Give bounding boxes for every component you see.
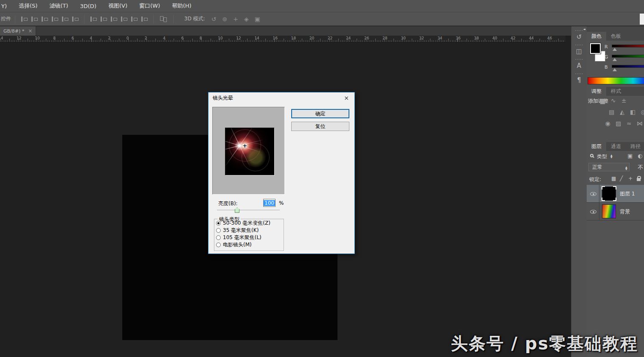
levels-icon[interactable]: ▆ bbox=[597, 97, 608, 104]
filter-pixel-layers-icon[interactable]: ▣ bbox=[627, 153, 633, 159]
layer-thumbnail[interactable] bbox=[602, 187, 616, 201]
distribute-spacing-icon[interactable] bbox=[160, 16, 167, 22]
tab-styles[interactable]: 样式 bbox=[606, 87, 626, 96]
3d-slide-icon[interactable]: ◈ bbox=[244, 16, 249, 22]
invert-icon[interactable]: ⋈ bbox=[634, 120, 644, 127]
curves-icon[interactable]: ∿ bbox=[608, 97, 619, 104]
horizontal-ruler: 1412108642024681012141618202224262830323… bbox=[0, 36, 565, 42]
tab-layers[interactable]: 图层 bbox=[587, 142, 606, 151]
vibrance-icon[interactable]: ▤ bbox=[606, 109, 617, 115]
selection-corner bbox=[613, 186, 616, 190]
channel-slider-track[interactable] bbox=[612, 65, 644, 68]
lens-type-option-2[interactable]: 105 毫米聚焦(L) bbox=[216, 234, 284, 241]
align-top-edges-icon[interactable] bbox=[21, 17, 27, 22]
distribute-left-edges-icon[interactable] bbox=[121, 17, 127, 22]
menu-item-6[interactable]: 帮助(H) bbox=[172, 2, 191, 10]
flare-preview-area[interactable]: + bbox=[212, 107, 285, 195]
layer-row-background[interactable]: 背景 bbox=[587, 203, 644, 220]
align-right-edges-icon[interactable] bbox=[72, 17, 78, 22]
layer-row-layer-1[interactable]: 图层 1 bbox=[587, 185, 644, 203]
radio-unselected-icon[interactable] bbox=[216, 228, 221, 233]
dialog-close-icon[interactable]: × bbox=[343, 94, 350, 102]
distribute-top-edges-icon[interactable] bbox=[90, 17, 96, 22]
flare-preview-thumbnail[interactable]: + bbox=[225, 128, 274, 175]
channel-slider-track[interactable] bbox=[612, 45, 644, 47]
lens-type-option-1[interactable]: 35 毫米聚焦(K) bbox=[216, 227, 284, 234]
menu-item-1[interactable]: 选择(S) bbox=[19, 2, 37, 10]
opacity-label-partial: 不 bbox=[638, 164, 643, 171]
align-bottom-edges-icon[interactable] bbox=[42, 17, 48, 22]
radio-selected-icon[interactable] bbox=[216, 221, 221, 226]
menu-bar: Y)选择(S)滤镜(T)3D(D)视图(V)窗口(W)帮助(H) bbox=[0, 0, 644, 12]
channel-slider-track[interactable] bbox=[612, 55, 644, 58]
lock-transparent-pixels-icon[interactable]: ▩ bbox=[611, 176, 616, 181]
channel-slider-thumb-icon[interactable] bbox=[613, 48, 617, 51]
visibility-eye-icon[interactable] bbox=[590, 192, 596, 196]
visibility-eye-icon[interactable] bbox=[590, 210, 596, 214]
exposure-icon[interactable]: ± bbox=[619, 97, 629, 104]
lens-type-option-0[interactable]: 50-300 毫米变焦(Z) bbox=[216, 220, 284, 226]
selective-color-icon[interactable]: ≈ bbox=[624, 120, 634, 127]
black-white-icon[interactable]: ◧ bbox=[627, 109, 638, 115]
lock-all-icon[interactable] bbox=[637, 178, 641, 181]
3d-drag-icon[interactable]: + bbox=[233, 16, 238, 22]
color-balance-icon[interactable]: ◭ bbox=[617, 109, 627, 115]
blend-mode-select[interactable]: 正常 ▲▼ bbox=[588, 163, 630, 171]
foreground-color-swatch[interactable] bbox=[590, 43, 601, 54]
color-lookup-icon[interactable]: ◉ bbox=[602, 120, 613, 127]
align-horizontal-centers-icon[interactable] bbox=[62, 17, 68, 22]
brightness-slider-track[interactable] bbox=[217, 210, 280, 211]
brightness-input[interactable]: 100 bbox=[263, 199, 276, 207]
layer-filter-type[interactable]: 类型 bbox=[597, 153, 607, 160]
tab-paths[interactable]: 路径 bbox=[626, 142, 644, 151]
3d-panel-icon[interactable]: ◫ bbox=[573, 45, 585, 55]
distribute-bottom-edges-icon[interactable] bbox=[111, 17, 117, 22]
menu-item-5[interactable]: 窗口(W) bbox=[139, 2, 160, 10]
tab-close-icon[interactable]: × bbox=[28, 28, 32, 34]
filter-adjustment-layers-icon[interactable]: ◐ bbox=[638, 153, 642, 159]
brightness-slider-thumb[interactable] bbox=[235, 207, 239, 213]
distribute-right-edges-icon[interactable] bbox=[141, 17, 147, 22]
radio-unselected-icon[interactable] bbox=[216, 235, 221, 240]
menu-item-0[interactable]: Y) bbox=[1, 3, 7, 9]
radio-unselected-icon[interactable] bbox=[216, 243, 221, 247]
align-left-edges-icon[interactable] bbox=[52, 17, 58, 22]
gradient-map-icon[interactable]: ▨ bbox=[613, 120, 624, 127]
color-spectrum-ramp[interactable] bbox=[588, 77, 644, 84]
layer-thumbnail[interactable] bbox=[602, 204, 616, 218]
paragraph-panel-icon[interactable]: ¶ bbox=[573, 73, 585, 84]
photo-filter-icon[interactable]: ◎ bbox=[638, 109, 644, 115]
menu-item-2[interactable]: 滤镜(T) bbox=[49, 2, 68, 10]
3d-rotate-icon[interactable]: ↺ bbox=[211, 16, 217, 22]
channel-slider-thumb-icon[interactable] bbox=[613, 58, 617, 61]
reset-button[interactable]: 复位 bbox=[291, 122, 349, 131]
tab-channels[interactable]: 通道 bbox=[606, 142, 626, 151]
document-tab[interactable]: GB/8#) * × bbox=[0, 26, 36, 36]
selection-corner bbox=[602, 186, 605, 190]
chevron-updown-icon[interactable]: ▲▼ bbox=[610, 154, 613, 158]
menu-item-4[interactable]: 视图(V) bbox=[108, 2, 127, 10]
character-panel-icon[interactable]: A bbox=[573, 59, 585, 70]
distribute-vertical-centers-icon[interactable] bbox=[101, 17, 107, 22]
tab-swatches[interactable]: 色板 bbox=[606, 32, 626, 41]
brightness-contrast-icon[interactable]: ☀ bbox=[587, 97, 597, 104]
3d-scale-icon[interactable]: ▣ bbox=[255, 16, 260, 22]
ok-button[interactable]: 确定 bbox=[291, 109, 349, 118]
paragraph-panel-icon: ¶ bbox=[577, 76, 581, 84]
tab-color[interactable]: 颜色 bbox=[587, 32, 606, 41]
distribute-horizontal-centers-icon[interactable] bbox=[131, 17, 137, 22]
history-panel-icon[interactable]: ↺ bbox=[573, 30, 585, 41]
flare-center-crosshair[interactable]: + bbox=[242, 142, 247, 148]
lock-position-icon[interactable]: + bbox=[628, 176, 633, 181]
tab-adjustments[interactable]: 调整 bbox=[587, 87, 606, 96]
lens-type-option-3[interactable]: 电影镜头(M) bbox=[216, 242, 284, 248]
align-vertical-centers-icon[interactable] bbox=[31, 17, 37, 22]
dialog-title-bar[interactable]: 镜头光晕 bbox=[208, 92, 354, 103]
lens-type-label: 35 毫米聚焦(K) bbox=[223, 227, 259, 234]
3d-roll-icon[interactable]: ⊚ bbox=[222, 16, 227, 22]
menu-item-3[interactable]: 3D(D) bbox=[80, 3, 96, 9]
layers-panel-body: 类型 ▲▼ ▣ ◐ 正常 ▲▼ 不 锁定: ▩╱+ 图层 1背景 bbox=[587, 151, 644, 357]
ruler-label: 32 bbox=[419, 36, 424, 40]
lock-image-pixels-icon[interactable]: ╱ bbox=[620, 176, 623, 181]
channel-slider-thumb-icon[interactable] bbox=[613, 68, 617, 71]
